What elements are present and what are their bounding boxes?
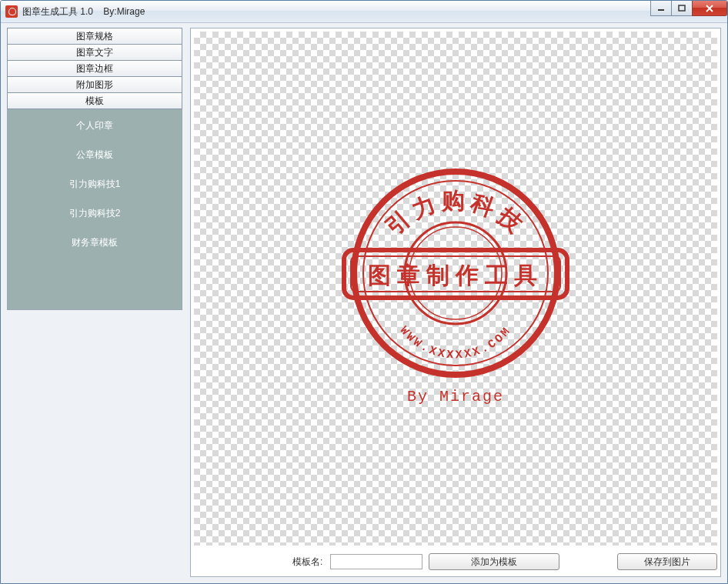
canvas[interactable]: 引力购科技 WWW.XXXXXX.COM 图章制作工具 By Mirage <box>194 32 717 546</box>
stamp-banner-text: 图章制作工具 <box>368 262 543 288</box>
app-window: 图章生成工具 1.0 By:Mirage 图章规格 <box>0 0 728 584</box>
svg-text:引力购科技: 引力购科技 <box>381 188 531 240</box>
maximize-icon <box>678 5 686 12</box>
minimize-icon <box>657 5 665 12</box>
template-item-finance[interactable]: 财务章模板 <box>8 235 182 249</box>
section-templates[interactable]: 模板 <box>7 92 182 109</box>
maximize-button[interactable] <box>671 1 693 16</box>
stamp-byline: By Mirage <box>407 388 504 405</box>
template-name-label: 模板名: <box>292 556 324 569</box>
window-controls <box>651 1 727 16</box>
minimize-button[interactable] <box>650 1 672 16</box>
svg-rect-1 <box>679 5 685 11</box>
preview-panel: 引力购科技 WWW.XXXXXX.COM 图章制作工具 By Mirage <box>190 28 721 577</box>
close-icon <box>705 5 714 12</box>
template-item-yiligou2[interactable]: 引力购科技2 <box>8 206 182 220</box>
template-name-input[interactable] <box>330 554 422 569</box>
close-button[interactable] <box>692 1 727 16</box>
stamp-preview: 引力购科技 WWW.XXXXXX.COM 图章制作工具 By Mirage <box>332 150 579 412</box>
add-template-button[interactable]: 添加为模板 <box>429 553 559 570</box>
stamp-top-arc-text: 引力购科技 <box>381 188 531 240</box>
template-list: 个人印章 公章模板 引力购科技1 引力购科技2 财务章模板 <box>7 108 182 310</box>
section-extra-shape[interactable]: 附加图形 <box>7 76 182 93</box>
template-item-yiligou1[interactable]: 引力购科技1 <box>8 177 182 191</box>
sidebar: 图章规格 图章文字 图章边框 附加图形 模板 个人印章 公章模板 引力购科技1 … <box>7 28 182 577</box>
template-item-personal[interactable]: 个人印章 <box>8 118 182 132</box>
section-stamp-spec[interactable]: 图章规格 <box>7 28 182 45</box>
template-item-official[interactable]: 公章模板 <box>8 148 182 162</box>
window-title: 图章生成工具 1.0 By:Mirage <box>22 5 145 18</box>
titlebar[interactable]: 图章生成工具 1.0 By:Mirage <box>1 1 727 23</box>
bottom-bar: 模板名: 添加为模板 保存到图片 <box>194 546 717 573</box>
svg-rect-0 <box>658 9 664 11</box>
save-image-button[interactable]: 保存到图片 <box>617 553 717 570</box>
section-stamp-text[interactable]: 图章文字 <box>7 44 182 61</box>
client-area: 图章规格 图章文字 图章边框 附加图形 模板 个人印章 公章模板 引力购科技1 … <box>7 28 721 577</box>
app-icon <box>5 5 18 18</box>
section-stamp-border[interactable]: 图章边框 <box>7 60 182 77</box>
